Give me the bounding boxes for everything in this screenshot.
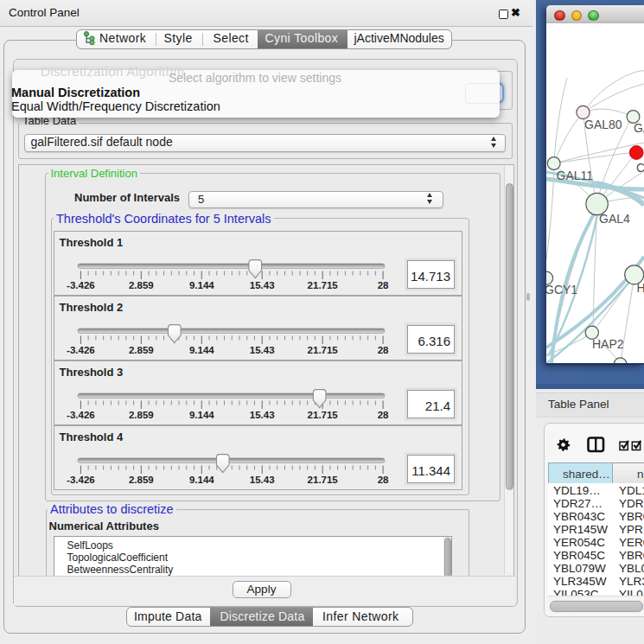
- svg-text:28: 28: [378, 475, 389, 485]
- svg-text:-3.426: -3.426: [67, 345, 95, 355]
- svg-text:28: 28: [378, 410, 389, 420]
- svg-text:15.43: 15.43: [250, 345, 275, 355]
- svg-text:15.43: 15.43: [250, 475, 275, 485]
- svg-text:9.144: 9.144: [189, 345, 214, 355]
- svg-text:21.715: 21.715: [308, 280, 339, 290]
- svg-text:-3.426: -3.426: [67, 410, 95, 420]
- svg-text:H: H: [637, 281, 644, 295]
- svg-text:-3.426: -3.426: [67, 280, 95, 290]
- svg-text:HAP2: HAP2: [592, 337, 624, 351]
- svg-text:21.715: 21.715: [308, 410, 339, 420]
- svg-text:28: 28: [378, 345, 389, 355]
- svg-text:15.43: 15.43: [250, 280, 275, 290]
- svg-text:21.715: 21.715: [308, 345, 339, 355]
- svg-text:28: 28: [378, 280, 389, 290]
- svg-text:2.859: 2.859: [129, 410, 154, 420]
- svg-text:21.715: 21.715: [308, 475, 339, 485]
- svg-text:9.144: 9.144: [189, 475, 214, 485]
- svg-text:2.859: 2.859: [129, 345, 154, 355]
- svg-text:2.859: 2.859: [129, 475, 154, 485]
- svg-text:GAL11: GAL11: [557, 169, 594, 182]
- svg-text:2.859: 2.859: [129, 280, 154, 290]
- svg-text:GAL80: GAL80: [584, 118, 622, 131]
- svg-text:C: C: [636, 161, 644, 175]
- svg-text:GAL4: GAL4: [599, 212, 630, 226]
- svg-text:-3.426: -3.426: [67, 475, 95, 485]
- svg-text:15.43: 15.43: [250, 410, 275, 420]
- svg-text:GA: GA: [634, 121, 644, 135]
- svg-text:9.144: 9.144: [189, 410, 214, 420]
- svg-text:GCY1: GCY1: [546, 283, 577, 296]
- svg-text:9.144: 9.144: [189, 280, 214, 290]
